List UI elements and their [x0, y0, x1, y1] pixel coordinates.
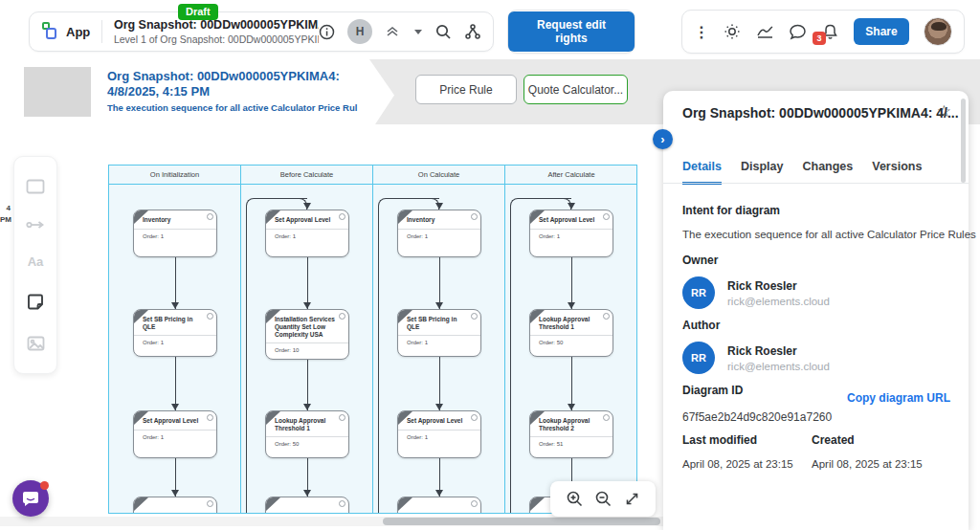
lane-0: On InitializationInventoryOrder: 1Set SB… — [109, 166, 241, 514]
divider — [663, 183, 969, 184]
last-modified-value: April 08, 2025 at 23:15 — [682, 458, 812, 470]
folded-corner-icon — [398, 210, 412, 224]
diagram-node[interactable]: InventoryOrder: 1 — [397, 210, 481, 257]
flow-connector — [439, 223, 440, 502]
node-order: Order: 50 — [266, 437, 348, 453]
page-title: Org Snapshot: 00DDw000005YPKIMA4: 4/8/20… — [107, 69, 394, 99]
chat-unread-dot — [40, 481, 49, 490]
diagram-node[interactable]: Set SB Pricing in QLEOrder: 1 — [397, 309, 481, 357]
top-bar: Draft App Org Snapshot: 00DDw000005YPKIM… — [0, 0, 980, 59]
panel-tabs: Details Display Changes Versions — [682, 160, 922, 185]
flow-connector — [307, 223, 308, 502]
price-rule-button[interactable]: Price Rule — [415, 75, 517, 104]
analytics-icon[interactable] — [756, 23, 774, 41]
diagram-node[interactable]: Lookup Approval Threshold 1Order: 50 — [265, 410, 349, 458]
last-modified-label: Last modified — [682, 433, 812, 447]
brightness-icon[interactable] — [724, 23, 741, 40]
arrowhead-icon — [435, 490, 443, 497]
diagram-node[interactable]: Installation Services Quantity Set Low C… — [265, 309, 349, 360]
quote-calculator-button[interactable]: Quote Calculator... — [523, 75, 628, 104]
kebab-menu-icon[interactable]: ⋮ — [694, 23, 709, 41]
shape-toolbar: Aa — [13, 156, 57, 374]
node-status-icon — [471, 500, 478, 507]
diagram-node[interactable]: Set Approval LevelOrder: 1 — [133, 410, 217, 458]
arrowhead-icon — [568, 404, 575, 410]
fit-expand-icon[interactable] — [624, 491, 640, 507]
info-icon[interactable] — [319, 24, 335, 40]
owner-label: Owner — [682, 254, 950, 267]
folded-corner-icon — [530, 411, 545, 425]
diagram-node-partial[interactable] — [133, 497, 217, 514]
diagram-node[interactable]: Set Approval LevelOrder: 1 — [529, 210, 613, 257]
node-status-icon — [339, 313, 345, 320]
flow-connector — [571, 223, 572, 502]
chevron-down-icon[interactable] — [414, 30, 422, 34]
folded-corner-icon — [134, 411, 148, 425]
diagram-node[interactable]: Set Approval LevelOrder: 1 — [397, 410, 481, 458]
sticky-note-tool-icon[interactable] — [27, 294, 44, 311]
copy-diagram-url-link[interactable]: Copy diagram URL — [847, 391, 950, 405]
node-status-icon — [603, 213, 610, 220]
tab-details[interactable]: Details — [682, 160, 722, 185]
horizontal-scrollbar-thumb[interactable] — [383, 518, 660, 525]
node-status-icon — [207, 313, 213, 320]
diagram-node-partial[interactable] — [397, 497, 481, 514]
diagram-thumbnail-placeholder — [24, 67, 91, 117]
app-logo-icon — [41, 22, 60, 41]
diagram-node[interactable]: Lookup Approval Threshold 1Order: 50 — [529, 309, 613, 357]
share-button[interactable]: Share — [854, 18, 908, 45]
panel-scrollbar-thumb[interactable] — [961, 99, 966, 183]
notification-count-badge: 3 — [813, 32, 826, 45]
node-order: Order: 51 — [530, 437, 612, 453]
tab-versions[interactable]: Versions — [872, 160, 922, 185]
node-order: Order: 50 — [530, 336, 612, 351]
document-subtitle: Level 1 of Org Snapshot: 00DDw000005YPKI… — [114, 33, 319, 45]
tab-changes[interactable]: Changes — [802, 160, 853, 185]
panel-collapse-button[interactable]: › — [653, 129, 673, 149]
diagram-node[interactable]: InventoryOrder: 1 — [133, 210, 217, 257]
lane-2: On CalculateInventoryOrder: 1Set SB Pric… — [373, 166, 505, 514]
arrowhead-icon — [435, 203, 443, 210]
document-title-block[interactable]: Org Snapshot: 00DDw000005YPKIMA4: 4/8/20… — [114, 18, 319, 45]
author-email: rick@elements.cloud — [727, 361, 830, 372]
arrowhead-icon — [303, 404, 311, 410]
diagram-node-partial[interactable] — [265, 497, 349, 514]
box-shape-icon[interactable] — [26, 179, 45, 194]
node-order: Order: 1 — [398, 336, 480, 351]
diagram-node[interactable]: Set SB Pricing in QLEOrder: 1 — [133, 309, 217, 357]
node-status-icon — [471, 313, 478, 320]
arrowhead-icon — [171, 404, 179, 410]
notifications-bell-icon[interactable]: 3 — [821, 23, 839, 41]
divider — [101, 20, 102, 43]
favorite-star-icon[interactable]: ☆ — [937, 101, 951, 121]
image-tool-icon[interactable] — [27, 336, 45, 351]
document-title: Org Snapshot: 00DDw000005YPKIMA4: 4/8/20… — [114, 18, 319, 32]
author-name: Rick Roesler — [727, 344, 830, 358]
hierarchy-map-icon[interactable] — [464, 23, 481, 40]
arrowhead-icon — [171, 302, 179, 309]
diagram-node[interactable]: Lookup Approval Threshold 2Order: 51 — [529, 410, 613, 458]
request-edit-card: Request edit rights — [507, 10, 635, 54]
diagram-node[interactable]: Set Approval LevelOrder: 1 — [265, 210, 349, 257]
created-label: Created — [812, 433, 941, 447]
node-status-icon — [471, 213, 478, 220]
comments-icon[interactable] — [789, 23, 807, 41]
arrowhead-icon — [303, 302, 311, 309]
collapse-levels-icon[interactable] — [385, 24, 400, 39]
zoom-out-icon[interactable] — [594, 490, 612, 508]
node-order: Order: 1 — [134, 230, 216, 245]
zoom-in-icon[interactable] — [566, 490, 584, 508]
text-tool-icon[interactable]: Aa — [28, 254, 44, 269]
folded-corner-icon — [134, 210, 148, 224]
collaborator-avatar[interactable]: H — [347, 19, 372, 44]
user-avatar[interactable] — [924, 17, 952, 46]
folded-corner-icon — [398, 411, 412, 425]
connector-tool-icon[interactable] — [26, 219, 45, 231]
tab-display[interactable]: Display — [741, 160, 783, 185]
node-order: Order: 1 — [134, 336, 216, 351]
request-edit-rights-button[interactable]: Request edit rights — [508, 11, 635, 52]
node-order: Order: 1 — [398, 431, 480, 446]
search-icon[interactable] — [434, 23, 452, 40]
global-actions-card: ⋮ 3 Share — [681, 10, 965, 54]
author-person: RR Rick Roesler rick@elements.cloud — [682, 342, 950, 374]
